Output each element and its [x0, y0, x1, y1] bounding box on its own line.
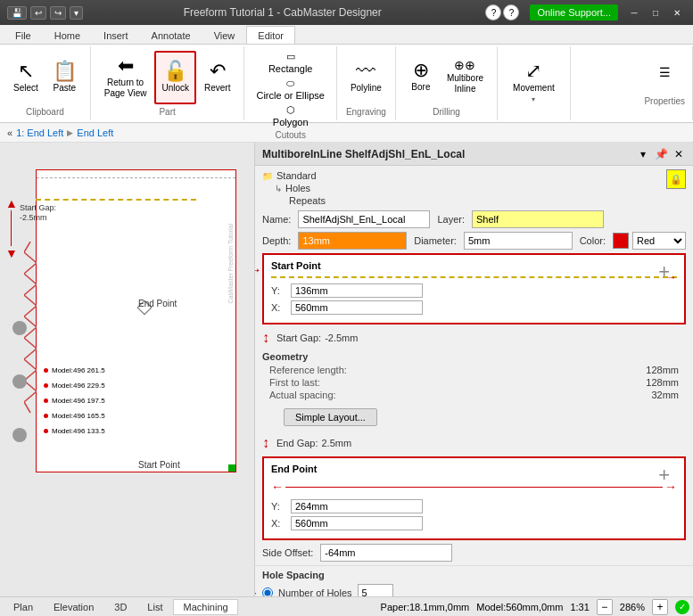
first-last-value: 128mm	[646, 377, 679, 388]
start-point-container: → Start Point + → Y: X:	[262, 253, 686, 324]
depth-input[interactable]	[298, 232, 407, 250]
arrow-line	[11, 210, 12, 246]
panel-close-button[interactable]: ✕	[672, 147, 686, 161]
tab-home[interactable]: Home	[43, 26, 92, 44]
rectangle-label: Rectangle	[268, 63, 313, 74]
actual-spacing-label: Actual spacing:	[269, 390, 336, 400]
return-to-page-view-button[interactable]: ⬅ Return toPage View	[98, 51, 153, 104]
ribbon-group-movement: ⤢ Movement ▾	[498, 46, 571, 120]
color-swatch[interactable]	[613, 233, 629, 249]
unlock-button[interactable]: 🔓 Unlock	[154, 51, 196, 104]
num-holes-input[interactable]	[358, 584, 393, 596]
end-gap-area: ↕ End Gap: 2.5mm	[255, 433, 693, 453]
main-area: Model:496 261.5 Model:496 229.5 Model:49…	[0, 143, 693, 596]
end-x-input[interactable]	[291, 516, 423, 530]
redo-button[interactable]: ↪	[50, 6, 66, 20]
help-button-1[interactable]: ?	[485, 4, 501, 21]
quick-save-button[interactable]: 💾	[7, 6, 27, 20]
start-gap-label-canvas: Start Gap:	[20, 203, 56, 212]
ribbon-group-properties: ☰ Properties	[637, 46, 693, 120]
tab-plan[interactable]: Plan	[4, 599, 43, 615]
movement-label: Movement	[513, 83, 555, 94]
maximize-button[interactable]: □	[647, 5, 664, 20]
undo-button[interactable]: ↩	[30, 6, 46, 20]
polygon-icon: ⬡	[286, 104, 295, 116]
lock-icon[interactable]: 🔒	[666, 169, 686, 189]
polyline-button[interactable]: 〰 Polyline	[344, 51, 388, 104]
bore-button[interactable]: ⊕ Bore	[403, 50, 439, 103]
breadcrumb-item-1[interactable]: 1: End Left	[16, 127, 63, 138]
part-buttons: ⬅ Return toPage View 🔓 Unlock ↶ Revert	[98, 50, 237, 105]
polyline-label: Polyline	[351, 83, 382, 94]
circle-ellipse-button[interactable]: ⬭ Circle or Ellipse	[252, 77, 328, 102]
tree-item-repeats[interactable]: Repeats	[289, 194, 686, 207]
pin-button[interactable]: 📌	[654, 147, 668, 161]
simple-layout-button[interactable]: Simple Layout...	[284, 408, 377, 426]
tab-insert[interactable]: Insert	[92, 26, 140, 44]
panel-header: MultiboreInLine ShelfAdjShl_EnL_Local ▾ …	[255, 143, 693, 166]
end-x-row: X:	[271, 516, 677, 530]
tab-elevation[interactable]: Elevation	[44, 599, 103, 615]
model-coords: Model:560mm,0mm	[476, 602, 563, 612]
return-icon: ⬅	[118, 56, 134, 76]
start-x-label: X:	[271, 302, 285, 313]
end-y-row: Y:	[271, 499, 677, 513]
list-item: Model:496 261.5	[44, 366, 105, 374]
end-left-arrow-icon: ←	[271, 480, 284, 494]
standard-label: Standard	[276, 170, 317, 181]
num-holes-radio[interactable]	[262, 587, 273, 596]
diameter-input[interactable]	[464, 232, 573, 250]
zoom-out-button[interactable]: −	[597, 599, 613, 615]
layer-input[interactable]	[472, 210, 604, 228]
tree-item-holes[interactable]: ↳ Holes	[275, 182, 686, 194]
color-dropdown[interactable]: Red	[632, 232, 686, 250]
start-x-input[interactable]	[291, 300, 423, 315]
tab-editor[interactable]: Editor	[246, 26, 295, 44]
zoom-in-button[interactable]: +	[652, 599, 668, 615]
start-gap-arrow: ▲ ▼	[5, 196, 18, 260]
paste-button[interactable]: 📋 Paste	[46, 51, 83, 104]
online-support-button[interactable]: Online Support...	[530, 4, 618, 21]
hole-dot-4	[44, 414, 48, 418]
diameter-label: Diameter:	[414, 235, 457, 246]
breadcrumb-arrow: «	[7, 127, 12, 138]
dropdown-button[interactable]: ▾	[636, 147, 650, 161]
dashed-line-top	[36, 199, 196, 201]
gray-circle-3	[12, 428, 27, 442]
multibore-inline-button[interactable]: ⊕⊕ MultiboreInline	[441, 50, 490, 103]
polygon-button[interactable]: ⬡ Polygon	[252, 103, 328, 128]
tab-annotate[interactable]: Annotate	[140, 26, 202, 44]
end-y-input[interactable]	[291, 499, 423, 513]
list-item: Model:496 197.5	[44, 397, 105, 405]
properties-icon: ☰	[659, 66, 671, 78]
rectangle-button[interactable]: ▭ Rectangle	[252, 50, 328, 75]
paper-coords: Paper:18.1mm,0mm	[381, 602, 470, 612]
name-input[interactable]	[298, 210, 430, 228]
engraving-group-label: Engraving	[346, 107, 386, 117]
tab-list[interactable]: List	[137, 599, 172, 615]
movement-button[interactable]: ⤢ Movement ▾	[505, 56, 563, 110]
ribbon-tabs: File Home Insert Annotate View Editor	[0, 25, 693, 45]
top-dashed-line	[37, 177, 235, 178]
tab-3d[interactable]: 3D	[104, 599, 136, 615]
num-holes-arrow-icon: →	[255, 586, 259, 596]
minimize-button[interactable]: ─	[625, 5, 643, 20]
tab-view[interactable]: View	[202, 26, 247, 44]
right-panel: MultiboreInLine ShelfAdjShl_EnL_Local ▾ …	[255, 143, 693, 596]
green-corner-indicator	[228, 464, 235, 472]
revert-icon: ↶	[210, 62, 226, 81]
unlock-label: Unlock	[161, 83, 189, 94]
ref-length-label: Reference length:	[269, 365, 347, 375]
breadcrumb-item-2[interactable]: End Left	[77, 127, 113, 138]
tab-machining[interactable]: Machining	[173, 599, 237, 615]
start-y-input[interactable]	[291, 283, 423, 298]
properties-button[interactable]: ☰	[647, 50, 682, 94]
side-offset-input[interactable]	[320, 544, 452, 562]
tab-file[interactable]: File	[4, 26, 43, 44]
tree-item-standard[interactable]: 📁 Standard	[262, 169, 686, 182]
help-button-2[interactable]: ?	[503, 4, 519, 21]
close-button[interactable]: ✕	[668, 5, 686, 20]
revert-button[interactable]: ↶ Revert	[198, 51, 236, 104]
select-button[interactable]: ↖ Select	[7, 51, 45, 104]
quick-access-dropdown[interactable]: ▾	[70, 6, 83, 20]
